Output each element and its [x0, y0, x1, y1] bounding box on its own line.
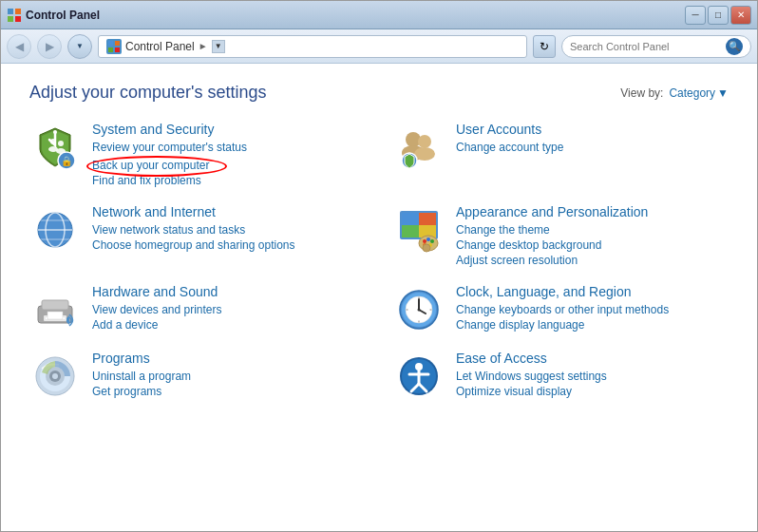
svg-point-32	[423, 239, 426, 243]
svg-point-8	[53, 130, 57, 134]
user-accounts-title[interactable]: User Accounts	[456, 122, 729, 137]
svg-rect-4	[108, 41, 113, 46]
breadcrumb-arrow-icon: ►	[199, 41, 208, 51]
main-window: Control Panel ─ □ ✕ ◀ ▶ ▼	[0, 0, 758, 532]
network-internet-title[interactable]: Network and Internet	[92, 204, 365, 219]
let-windows-suggest-link[interactable]: Let Windows suggest settings	[456, 370, 729, 383]
window-icon	[7, 8, 22, 23]
category-programs: Programs Uninstall a program Get program…	[29, 351, 365, 402]
back-up-link-container: Back up your computer	[92, 159, 209, 174]
get-programs-link[interactable]: Get programs	[92, 385, 365, 398]
search-input[interactable]	[570, 41, 722, 52]
user-accounts-info: User Accounts Change account type	[456, 122, 729, 156]
hardware-sound-icon	[29, 284, 81, 335]
category-user-accounts: User Accounts Change account type	[393, 122, 729, 189]
category-hardware-sound: Hardware and Sound View devices and prin…	[29, 284, 365, 335]
svg-rect-0	[8, 9, 13, 14]
view-by: View by: Category ▼	[620, 86, 729, 100]
category-ease-of-access: Ease of Access Let Windows suggest setti…	[393, 351, 729, 402]
find-fix-problems-link[interactable]: Find and fix problems	[92, 174, 365, 187]
svg-point-48	[418, 309, 421, 312]
view-network-status-link[interactable]: View network status and tasks	[92, 223, 365, 237]
breadcrumb-dropdown-button[interactable]: ▼	[212, 40, 225, 53]
category-appearance: Appearance and Personalization Change th…	[393, 204, 729, 269]
change-display-language-link[interactable]: Change display language	[456, 318, 729, 332]
svg-rect-39	[42, 300, 68, 310]
system-security-title[interactable]: System and Security	[92, 122, 365, 137]
window-title: Control Panel	[26, 9, 100, 22]
svg-rect-1	[15, 9, 21, 14]
svg-point-9	[50, 139, 56, 144]
appearance-info: Appearance and Personalization Change th…	[456, 204, 729, 269]
back-up-computer-link[interactable]: Back up your computer	[92, 159, 209, 172]
add-device-link[interactable]: Add a device	[92, 318, 365, 332]
adjust-screen-resolution-link[interactable]: Adjust screen resolution	[456, 254, 729, 267]
optimize-visual-display-link[interactable]: Optimize visual display	[456, 385, 729, 398]
change-account-type-link[interactable]: Change account type	[456, 141, 729, 154]
minimize-button[interactable]: ─	[685, 6, 706, 25]
view-devices-printers-link[interactable]: View devices and printers	[92, 303, 365, 316]
view-by-arrow-icon: ▼	[717, 86, 729, 100]
svg-point-37	[423, 244, 430, 252]
breadcrumb-icon	[106, 39, 122, 54]
svg-rect-2	[8, 16, 13, 22]
clock-language-title[interactable]: Clock, Language, and Region	[456, 284, 729, 299]
forward-button[interactable]: ▶	[37, 34, 62, 59]
svg-rect-5	[115, 41, 120, 46]
clock-language-info: Clock, Language, and Region Change keybo…	[456, 284, 729, 333]
svg-rect-6	[108, 48, 113, 52]
view-by-value: Category	[669, 86, 715, 100]
choose-homegroup-link[interactable]: Choose homegroup and sharing options	[92, 238, 365, 252]
forward-arrow-icon: ▶	[46, 40, 54, 53]
change-desktop-background-link[interactable]: Change desktop background	[456, 238, 729, 252]
breadcrumb-label[interactable]: Control Panel	[125, 40, 195, 53]
close-button[interactable]: ✕	[730, 6, 751, 25]
svg-rect-28	[419, 213, 436, 225]
categories-grid: 🔒 System and Security Review your comput…	[29, 122, 729, 402]
view-by-category-link[interactable]: Category ▼	[669, 86, 729, 100]
system-security-info: System and Security Review your computer…	[92, 122, 365, 189]
address-bar: ◀ ▶ ▼ Control Panel ► ▼ ↻	[1, 29, 757, 64]
clock-language-icon	[393, 284, 445, 335]
appearance-icon	[393, 204, 445, 256]
review-computer-status-link[interactable]: Review your computer's status	[92, 141, 365, 154]
category-network-internet: Network and Internet View network status…	[29, 204, 365, 269]
page-title: Adjust your computer's settings	[29, 83, 267, 103]
title-bar: Control Panel ─ □ ✕	[1, 1, 757, 29]
svg-rect-27	[402, 213, 419, 225]
category-clock-language: Clock, Language, and Region Change keybo…	[393, 284, 729, 335]
uninstall-program-link[interactable]: Uninstall a program	[92, 370, 365, 383]
dropdown-arrow-icon: ▼	[76, 42, 84, 50]
change-theme-link[interactable]: Change the theme	[456, 223, 729, 237]
title-controls: ─ □ ✕	[685, 6, 751, 25]
maximize-button[interactable]: □	[708, 6, 729, 25]
ease-of-access-info: Ease of Access Let Windows suggest setti…	[456, 351, 729, 400]
svg-point-34	[430, 239, 434, 243]
programs-title[interactable]: Programs	[92, 351, 365, 366]
recent-pages-button[interactable]: ▼	[67, 34, 92, 59]
back-button[interactable]: ◀	[7, 34, 31, 59]
svg-point-33	[426, 238, 430, 241]
network-internet-icon	[29, 204, 81, 256]
svg-rect-42	[47, 312, 63, 319]
svg-point-57	[52, 373, 58, 379]
svg-rect-3	[15, 16, 21, 22]
user-accounts-icon	[393, 122, 445, 173]
search-icon: 🔍	[729, 41, 740, 51]
change-keyboards-link[interactable]: Change keyboards or other input methods	[456, 303, 729, 316]
appearance-title[interactable]: Appearance and Personalization	[456, 204, 729, 219]
svg-rect-7	[115, 48, 120, 52]
ease-of-access-icon	[393, 351, 445, 402]
view-by-label: View by:	[620, 86, 663, 100]
main-content: Adjust your computer's settings View by:…	[1, 64, 757, 531]
hardware-sound-info: Hardware and Sound View devices and prin…	[92, 284, 365, 333]
system-security-icon: 🔒	[29, 122, 81, 173]
svg-text:🔒: 🔒	[61, 155, 73, 167]
category-system-security: 🔒 System and Security Review your comput…	[29, 122, 365, 189]
svg-point-11	[58, 141, 64, 146]
svg-point-17	[418, 135, 431, 148]
search-button[interactable]: 🔍	[726, 38, 743, 55]
ease-of-access-title[interactable]: Ease of Access	[456, 351, 729, 366]
refresh-button[interactable]: ↻	[533, 35, 556, 58]
hardware-sound-title[interactable]: Hardware and Sound	[92, 284, 365, 299]
